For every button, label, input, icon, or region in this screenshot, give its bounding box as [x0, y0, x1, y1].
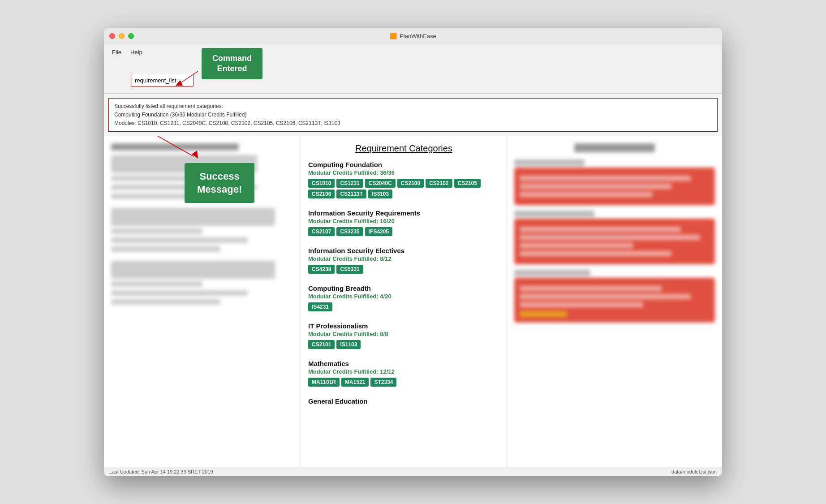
- window-title: 🟧 PlanWithEase: [390, 33, 436, 39]
- category-item: Computing FoundationModular Credits Fulf…: [308, 161, 499, 198]
- right-panel: [507, 136, 722, 466]
- category-credits: Modular Credits Fulfilled: 4/20: [308, 293, 499, 300]
- category-name: Computing Foundation: [308, 161, 499, 168]
- module-tag[interactable]: CS2105: [454, 179, 481, 188]
- category-credits: Modular Credits Fulfilled: 12/12: [308, 368, 499, 375]
- help-menu[interactable]: Help: [126, 48, 147, 56]
- category-item: MathematicsModular Credits Fulfilled: 12…: [308, 360, 499, 387]
- module-tag[interactable]: CS2106: [308, 190, 335, 198]
- red-block-3: [514, 278, 715, 323]
- success-message-badge: Success Message!: [185, 163, 254, 203]
- module-tag[interactable]: CS2040C: [365, 179, 396, 188]
- category-credits: Modular Credits Fulfilled: 36/36: [308, 169, 499, 176]
- module-tag[interactable]: IS4231: [308, 302, 332, 311]
- module-tag[interactable]: MA1521: [341, 378, 369, 387]
- category-item: Information Security ElectivesModular Cr…: [308, 247, 499, 274]
- red-block-2: [514, 219, 715, 264]
- minimize-button[interactable]: [119, 33, 125, 39]
- output-line1: Successfully listed all requirement cate…: [114, 102, 712, 111]
- red-block-1: [514, 168, 715, 205]
- module-tag[interactable]: CS4238: [308, 265, 335, 274]
- command-input[interactable]: [131, 75, 194, 86]
- categories-container: Computing FoundationModular Credits Fulf…: [308, 161, 499, 405]
- modules-row: CS1010CS1231CS2040CCS2100CS2102CS2105CS2…: [308, 179, 499, 198]
- module-tag[interactable]: MA1101R: [308, 378, 340, 387]
- modules-row: MA1101RMA1521ST2334: [308, 378, 499, 387]
- category-credits: Modular Credits Fulfilled: 8/8: [308, 331, 499, 337]
- module-tag[interactable]: CS2107: [308, 227, 335, 236]
- module-tag[interactable]: CS1010: [308, 179, 335, 188]
- module-tag[interactable]: CS5331: [336, 265, 363, 274]
- maximize-button[interactable]: [128, 33, 134, 39]
- module-tag[interactable]: CS2102: [426, 179, 452, 188]
- modules-row: CS2107CS3235IFS4205: [308, 227, 499, 236]
- module-tag[interactable]: CS2113T: [336, 190, 366, 198]
- output-line2: Computing Foundation (36/36 Modular Cred…: [114, 111, 712, 119]
- module-tag[interactable]: ST2334: [370, 378, 396, 387]
- main-window: 🟧 PlanWithEase File Help Command Entered…: [104, 28, 722, 476]
- right-panel-content: [507, 136, 722, 335]
- module-tag[interactable]: IS3103: [368, 190, 392, 198]
- status-left: Last Updated: Sun Apr 14 19:22:39 SRET 2…: [109, 469, 213, 474]
- command-input-area: [131, 75, 194, 86]
- category-credits: Modular Credits Fulfilled: 8/12: [308, 255, 499, 262]
- file-menu[interactable]: File: [108, 48, 126, 56]
- category-credits: Modular Credits Fulfilled: 16/20: [308, 218, 499, 224]
- title-bar: 🟧 PlanWithEase: [104, 28, 722, 44]
- category-name: Mathematics: [308, 360, 499, 367]
- category-name: Information Security Electives: [308, 247, 499, 254]
- categories-scroll[interactable]: Computing FoundationModular Credits Fulf…: [301, 161, 507, 466]
- category-name: IT Professionalism: [308, 322, 499, 330]
- modules-row: CS2101IS1103: [308, 340, 499, 349]
- right-header-blur: [574, 143, 654, 152]
- output-line3: Modules: CS1010, CS1231, CS2040C, CS2100…: [114, 119, 712, 128]
- module-tag[interactable]: IS1103: [336, 340, 361, 349]
- category-item: General Education: [308, 397, 499, 405]
- menu-bar: File Help Command Entered: [104, 44, 722, 94]
- menu-items: File Help: [104, 46, 151, 58]
- category-item: Information Security RequirementsModular…: [308, 209, 499, 236]
- module-tag[interactable]: CS2101: [308, 340, 335, 349]
- left-panel: Success Message!: [104, 136, 301, 466]
- main-content: Success Message!: [104, 136, 722, 466]
- status-right: data/moduleList.json: [671, 469, 717, 474]
- traffic-lights: [109, 33, 134, 39]
- category-name: Information Security Requirements: [308, 209, 499, 217]
- category-name: Computing Breadth: [308, 284, 499, 292]
- module-tag[interactable]: CS2100: [397, 179, 424, 188]
- category-item: Computing BreadthModular Credits Fulfill…: [308, 284, 499, 311]
- category-item: IT ProfessionalismModular Credits Fulfil…: [308, 322, 499, 349]
- modules-row: IS4231: [308, 302, 499, 311]
- status-bar: Last Updated: Sun Apr 14 19:22:39 SRET 2…: [104, 467, 722, 476]
- module-tag[interactable]: CS3235: [336, 227, 363, 236]
- category-name: General Education: [308, 397, 499, 405]
- module-tag[interactable]: CS1231: [336, 179, 363, 188]
- middle-panel: Requirement Categories Computing Foundat…: [301, 136, 507, 466]
- module-tag[interactable]: IFS4205: [365, 227, 392, 236]
- output-box: Successfully listed all requirement cate…: [108, 98, 718, 132]
- app-icon: 🟧: [390, 33, 397, 39]
- command-entered-badge: Command Entered: [202, 48, 262, 80]
- close-button[interactable]: [109, 33, 115, 39]
- modules-row: CS4238CS5331: [308, 265, 499, 274]
- panel-title: Requirement Categories: [301, 136, 507, 161]
